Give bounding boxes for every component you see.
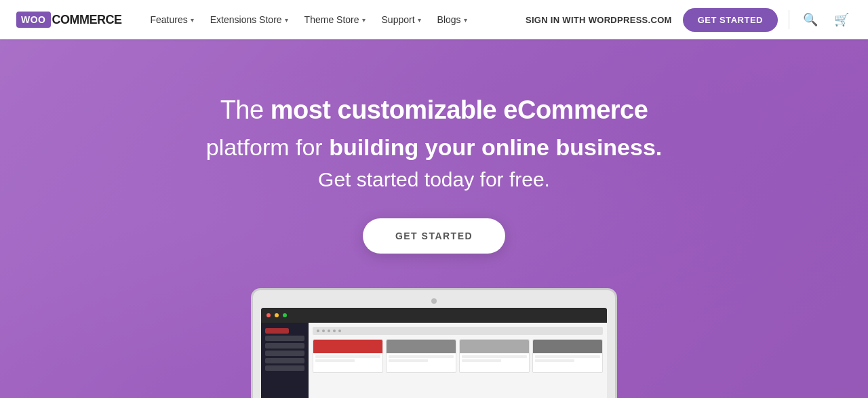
sign-in-link[interactable]: SIGN IN WITH WORDPRESS.COM [526, 15, 672, 25]
screen-card-image [460, 340, 529, 353]
screen-card [313, 339, 383, 373]
logo-commerce: COMMERCE [52, 13, 122, 27]
nav-features[interactable]: Features ▾ [144, 9, 201, 31]
screen-dot-red [267, 313, 271, 317]
chevron-icon: ▾ [418, 16, 421, 24]
nav-extensions-store[interactable]: Extensions Store ▾ [203, 9, 295, 31]
screen-card-line [389, 359, 428, 362]
screen-card-line [389, 355, 454, 358]
screen-header-dot [317, 330, 319, 332]
logo-woo: WOO [16, 12, 51, 28]
screen-card-line [535, 359, 574, 362]
screen-card-line [462, 355, 527, 358]
screen-header-dot [333, 330, 336, 332]
screen-header-dot [322, 330, 325, 332]
navbar: WOO COMMERCE Features ▾ Extensions Store… [0, 0, 868, 39]
laptop-camera [431, 298, 437, 304]
screen-card-line [315, 355, 380, 358]
chevron-icon: ▾ [362, 16, 366, 24]
chevron-icon: ▾ [191, 16, 194, 24]
screen-sidebar-item [265, 365, 304, 371]
search-icon[interactable]: 🔍 [800, 9, 821, 30]
screen-main [309, 323, 607, 398]
screen-navbar [261, 308, 607, 323]
logo[interactable]: WOO COMMERCE [16, 12, 122, 28]
screen-dot-green [283, 313, 287, 317]
hero-section: The most customizable eCommerce platform… [0, 39, 868, 398]
get-started-button[interactable]: GET STARTED [683, 8, 778, 32]
hero-title-line2: platform for building your online busine… [206, 132, 663, 162]
screen-sidebar-logo [265, 328, 289, 334]
screen-dot-yellow [275, 313, 279, 317]
nav-right: SIGN IN WITH WORDPRESS.COM GET STARTED 🔍… [526, 8, 852, 32]
screen-sidebar-item [265, 351, 304, 356]
nav-divider [789, 10, 789, 29]
screen-header-dot [328, 330, 330, 332]
hero-content: The most customizable eCommerce platform… [206, 94, 663, 254]
hero-cta-button[interactable]: GET STARTED [363, 218, 505, 254]
screen-card-image [387, 340, 456, 353]
screen-card-line [535, 355, 600, 358]
screen-sidebar [261, 323, 309, 398]
screen-card-line [462, 359, 501, 362]
nav-theme-store[interactable]: Theme Store ▾ [298, 9, 372, 31]
laptop-mockup [251, 288, 617, 398]
screen-content [261, 323, 607, 398]
hero-title-bold: most customizable eCommerce [271, 96, 648, 124]
screen-header-dot [338, 330, 341, 332]
hero-subtitle-normal: platform for [206, 134, 329, 160]
screen-sidebar-item [265, 336, 304, 341]
screen-header [313, 327, 603, 335]
screen-card [386, 339, 456, 373]
nav-links: Features ▾ Extensions Store ▾ Theme Stor… [144, 9, 526, 31]
hero-title-normal: The [220, 96, 271, 124]
hero-subtitle-bold: building your online business. [329, 134, 662, 160]
nav-support[interactable]: Support ▾ [375, 9, 428, 31]
screen-sidebar-item [265, 343, 304, 349]
laptop-screen [261, 308, 607, 398]
screen-card [532, 339, 603, 373]
hero-title-line1: The most customizable eCommerce [206, 94, 663, 127]
screen-sidebar-item [265, 358, 304, 363]
screen-cards [313, 339, 603, 373]
hero-tagline: Get started today for free. [206, 168, 663, 191]
chevron-icon: ▾ [285, 16, 288, 24]
laptop-outer [251, 288, 617, 398]
screen-card-image [533, 340, 602, 353]
screen-card-image [313, 340, 382, 353]
chevron-icon: ▾ [464, 16, 467, 24]
screen-card-line [315, 359, 355, 362]
cart-icon[interactable]: 🛒 [831, 9, 852, 30]
screen-card [459, 339, 530, 373]
nav-blogs[interactable]: Blogs ▾ [431, 9, 474, 31]
